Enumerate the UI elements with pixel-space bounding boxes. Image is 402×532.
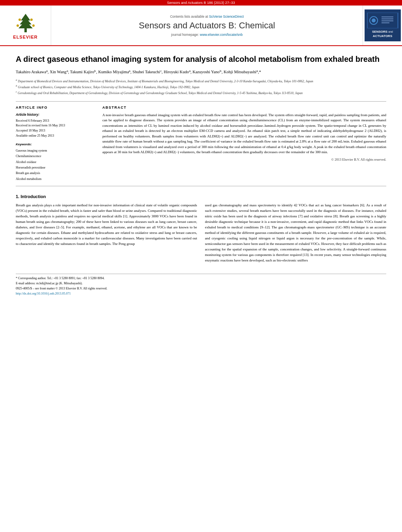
elsevier-label: ELSEVIER <box>13 35 37 39</box>
keyword-5: Breath gas analysis <box>16 171 94 176</box>
affiliation-b: b Graduate school of Bionics, Computer a… <box>16 84 386 89</box>
doi-link[interactable]: http://dx.doi.org/10.1016/j.snb.2013.05.… <box>16 292 71 295</box>
footnote-email: E-mail address: m.bdi@tmd.ac.jp (K. Mits… <box>16 281 386 285</box>
keyword-4: Horseradish peroxidase <box>16 165 94 171</box>
sciverse-text: Contents lists available at <box>170 15 208 19</box>
authors-text: Takahiro Arakawaᵃ, Xin Wangᵃ, Takumi Kaj… <box>16 70 261 74</box>
intro-section: 1. Introduction Breath gas analysis play… <box>16 194 386 265</box>
elsevier-logo: ELSEVIER <box>13 12 37 39</box>
footnote-issn: 0925-4005/$ – see front matter © 2013 El… <box>16 286 386 291</box>
homepage-label: journal homepage: <box>171 33 199 37</box>
topbar-text: Sensors and Actuators B 186 (2013) 27–33 <box>167 1 235 5</box>
sciverse-link[interactable]: SciVerse ScienceDirect <box>209 15 244 19</box>
elsevier-logo-area: ELSEVIER <box>0 6 51 45</box>
keyword-1: Gaseous imaging system <box>16 148 94 154</box>
svg-point-5 <box>30 19 33 21</box>
affiliation-c: c Gerodontology and Oral Rehabilitation,… <box>16 90 386 95</box>
intro-body-columns: Breath gas analysis plays a role importa… <box>16 203 386 265</box>
journal-header: Sensors and Actuators B 186 (2013) 27–33 <box>0 0 402 46</box>
article-history-label: Article history: <box>16 113 94 117</box>
svg-point-6 <box>17 24 19 27</box>
intro-heading: 1. Introduction <box>16 194 386 199</box>
journal-title-area: Contents lists available at SciVerse Sci… <box>51 6 363 45</box>
intro-left-text: Breath gas analysis plays a role importa… <box>16 203 197 247</box>
sensors-logo-text: SENSORS and ACTUATORS <box>367 30 398 38</box>
svg-point-4 <box>19 19 21 21</box>
svg-point-10 <box>372 19 376 22</box>
abstract-column: ABSTRACT A non-invasive breath gaseous e… <box>102 106 386 182</box>
intro-right-col: used gas chromatography and mass spectro… <box>205 203 387 265</box>
article-dates: Received 6 February 2013 Received in rev… <box>16 119 94 139</box>
intro-right-text: used gas chromatography and mass spectro… <box>205 203 387 263</box>
abstract-text: A non-invasive breath gaseous ethanol im… <box>102 113 386 155</box>
sciverse-line: Contents lists available at SciVerse Sci… <box>170 15 244 19</box>
info-abstract-columns: ARTICLE INFO Article history: Received 6… <box>16 106 386 182</box>
sensors-logo-image <box>367 13 398 28</box>
accepted: Accepted 18 May 2013 <box>16 128 94 133</box>
intro-left-col: Breath gas analysis plays a role importa… <box>16 203 197 265</box>
sensors-logo-box: SENSORS and ACTUATORS <box>365 9 401 41</box>
received-2: Received in revised form 16 May 2013 <box>16 123 94 128</box>
keyword-6: Alcohol metabolism <box>16 176 94 182</box>
elsevier-tree-icon <box>14 12 37 33</box>
authors-line: Takahiro Arakawaᵃ, Xin Wangᵃ, Takumi Kaj… <box>16 69 386 75</box>
divider-2 <box>16 186 386 186</box>
keywords-list: Gaseous imaging system Chemiluminescence… <box>16 148 94 182</box>
keyword-2: Chemiluminescence <box>16 154 94 159</box>
keyword-3: Alcohol oxidase <box>16 159 94 165</box>
keywords-section: Keywords: Gaseous imaging system Chemilu… <box>16 143 94 182</box>
journal-main-title: Sensors and Actuators B: Chemical <box>139 20 275 31</box>
available-online: Available online 25 May 2013 <box>16 133 94 139</box>
journal-topbar: Sensors and Actuators B 186 (2013) 27–33 <box>0 0 402 6</box>
copyright-line: © 2013 Elsevier B.V. All rights reserved… <box>102 158 386 161</box>
journal-header-inner: ELSEVIER Contents lists available at Sci… <box>0 6 402 45</box>
page-wrapper: Sensors and Actuators B 186 (2013) 27–33 <box>0 0 402 304</box>
footnotes: * Corresponding author. Tel.: +81 3 5280… <box>16 274 386 296</box>
article-info-heading: ARTICLE INFO <box>16 106 94 109</box>
article-info-column: ARTICLE INFO Article history: Received 6… <box>16 106 94 182</box>
received-1: Received 6 February 2013 <box>16 119 94 124</box>
footnote-doi: http://dx.doi.org/10.1016/j.snb.2013.05.… <box>16 291 386 296</box>
main-content: A direct gaseous ethanol imaging system … <box>0 46 402 304</box>
sensors-logo-area: SENSORS and ACTUATORS <box>363 6 402 45</box>
article-title: A direct gaseous ethanol imaging system … <box>16 54 386 64</box>
affiliation-a: a Department of Biomedical Devices and I… <box>16 78 386 83</box>
affiliations: a Department of Biomedical Devices and I… <box>16 78 386 95</box>
journal-homepage: journal homepage: www.elsevier.com/locat… <box>171 33 243 37</box>
divider-1 <box>16 101 386 102</box>
footnote-corresponding: * Corresponding author. Tel.: +81 3 5280… <box>16 276 386 280</box>
homepage-link[interactable]: www.elsevier.com/locate/snb <box>200 33 243 37</box>
abstract-heading: ABSTRACT <box>102 106 386 109</box>
keywords-label: Keywords: <box>16 143 94 146</box>
svg-point-7 <box>32 24 35 27</box>
